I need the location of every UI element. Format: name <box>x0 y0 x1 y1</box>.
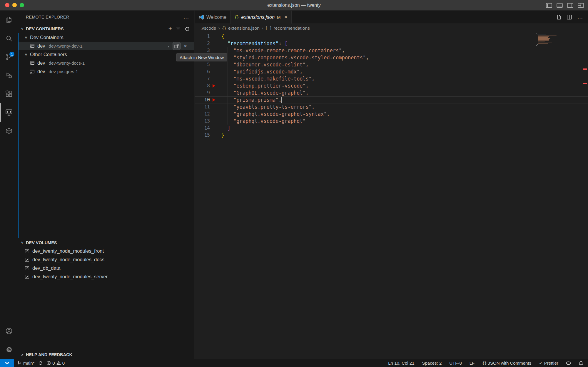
breadcrumb-item-symbol[interactable]: recommendations <box>274 26 310 31</box>
tree-group-dev-containers[interactable]: > Dev Containers <box>19 33 194 42</box>
section-dev-volumes[interactable]: > DEV VOLUMES <box>18 239 194 247</box>
notifications-bell-icon[interactable] <box>579 361 583 366</box>
code-line-6[interactable]: 6 "unifiedjs.vscode-mdx", <box>195 68 588 75</box>
gutter[interactable] <box>210 47 221 54</box>
copilot-icon[interactable] <box>566 361 571 366</box>
line-number: 13 <box>195 118 210 125</box>
code-line-3[interactable]: 3 "ms-vscode-remote.remote-containers", <box>195 47 588 54</box>
gutter[interactable] <box>210 103 221 110</box>
tab-label: extensions.json <box>241 14 275 20</box>
more-actions-icon[interactable]: … <box>183 16 189 19</box>
breadcrumb-separator: › <box>262 26 263 31</box>
activity-search[interactable] <box>0 29 18 48</box>
section-help-and-feedback[interactable]: > HELP AND FEEDBACK <box>18 350 194 359</box>
activity-dev-containers[interactable] <box>0 122 18 140</box>
gutter[interactable] <box>210 61 221 68</box>
attach-new-window-icon[interactable] <box>173 42 180 50</box>
code-text: "styled-components.vscode-styled-compone… <box>221 54 369 61</box>
code-text: "yoavbls.pretty-ts-errors", <box>221 103 315 110</box>
code-line-10[interactable]: 10 "prisma.prisma", <box>195 96 588 103</box>
breadcrumb-separator: › <box>218 26 220 31</box>
minimap[interactable] <box>536 33 557 46</box>
code-line-2[interactable]: 2 "recommendations": [ <box>195 40 588 47</box>
gutter[interactable] <box>210 110 221 118</box>
gutter[interactable] <box>210 118 221 125</box>
more-actions-icon[interactable]: … <box>577 16 583 18</box>
code-line-14[interactable]: 14 ] <box>195 125 588 132</box>
line-number: 3 <box>195 47 210 54</box>
minimap-line <box>538 36 557 36</box>
customize-layout-icon[interactable] <box>578 3 584 8</box>
breadcrumb-item-file[interactable]: extensions.json <box>228 26 260 31</box>
gutter[interactable] <box>210 96 221 103</box>
gutter[interactable] <box>210 68 221 75</box>
code-line-12[interactable]: 12 "graphql.vscode-graphql-syntax", <box>195 110 588 118</box>
formatter-item[interactable]: ✓ Prettier <box>539 361 558 366</box>
gutter[interactable] <box>210 82 221 89</box>
attach-current-window-icon[interactable]: → <box>164 42 171 50</box>
indentation-item[interactable]: Spaces: 2 <box>422 361 442 366</box>
volume-item[interactable]: dev_twenty_node_modules_docs <box>18 255 194 264</box>
activity-source-control[interactable]: 1 <box>0 48 18 66</box>
language-mode-item[interactable]: {} JSON with Comments <box>482 361 531 366</box>
open-changes-icon[interactable] <box>556 14 562 20</box>
add-icon[interactable]: + <box>168 26 172 31</box>
gutter[interactable] <box>210 40 221 47</box>
container-row-dev-twenty-docs-1[interactable]: dev dev-twenty-docs-1 <box>19 59 194 67</box>
cursor-position-item[interactable]: Ln 10, Col 21 <box>388 361 414 366</box>
code-line-8[interactable]: 8 "esbenp.prettier-vscode", <box>195 82 588 89</box>
split-editor-icon[interactable] <box>567 14 572 20</box>
activity-extensions[interactable] <box>0 85 18 103</box>
container-icon <box>29 60 35 66</box>
status-left: main* 0 0 <box>17 361 65 366</box>
tree-group-other-containers[interactable]: > Other Containers <box>19 50 194 59</box>
section-dev-containers[interactable]: > DEV CONTAINERS + <box>18 25 194 33</box>
volume-icon <box>24 274 30 279</box>
code-line-5[interactable]: 5 "dbaeumer.vscode-eslint", <box>195 61 588 68</box>
breadcrumb-item-vscode[interactable]: .vscode <box>201 26 216 31</box>
gutter[interactable] <box>210 132 221 139</box>
code-text: ] <box>221 125 230 132</box>
refresh-icon[interactable] <box>185 26 190 31</box>
sync-icon[interactable] <box>38 361 43 365</box>
toggle-secondary-sidebar-icon[interactable] <box>567 3 573 8</box>
gutter[interactable] <box>210 75 221 82</box>
volume-item[interactable]: dev_twenty_node_modules_server <box>18 272 194 281</box>
code-line-15[interactable]: 15} <box>195 132 588 139</box>
container-row-dev-postgres-1[interactable]: dev dev-postgres-1 <box>19 67 194 76</box>
toggle-panel-icon[interactable] <box>557 3 563 8</box>
line-number: 8 <box>195 82 210 89</box>
code-line-4[interactable]: 4 "styled-components.vscode-styled-compo… <box>195 54 588 61</box>
accounts-button[interactable] <box>0 322 18 340</box>
code-line-7[interactable]: 7 "ms-vscode.makefile-tools", <box>195 75 588 82</box>
activity-explorer[interactable] <box>0 11 18 29</box>
code-line-1[interactable]: 1{ <box>195 33 588 40</box>
tab-extensions-json[interactable]: {} extensions.json M × <box>230 11 291 24</box>
tab-welcome[interactable]: Welcome <box>195 11 230 24</box>
gutter[interactable] <box>210 89 221 96</box>
volume-item[interactable]: dev_twenty_node_modules_front <box>18 247 194 255</box>
git-branch-item[interactable]: main* <box>17 361 34 366</box>
gutter[interactable] <box>210 33 221 40</box>
code-line-11[interactable]: 11 "yoavbls.pretty-ts-errors", <box>195 103 588 110</box>
code-line-13[interactable]: 13 "graphql.vscode-graphql" <box>195 118 588 125</box>
line-number: 15 <box>195 132 210 139</box>
eol-item[interactable]: LF <box>470 361 475 366</box>
code-editor[interactable]: 1{2 "recommendations": [3 "ms-vscode-rem… <box>195 32 588 359</box>
volume-item[interactable]: dev_db_data <box>18 264 194 272</box>
filter-icon[interactable] <box>176 26 181 31</box>
container-row-dev-twenty-dev-1[interactable]: dev dev-twenty-dev-1 → × <box>19 42 194 50</box>
code-line-9[interactable]: 9 "GraphQL.vscode-graphql", <box>195 89 588 96</box>
stop-container-icon[interactable]: × <box>182 42 189 50</box>
error-icon <box>46 361 51 365</box>
problems-item[interactable]: 0 0 <box>46 361 65 366</box>
toggle-sidebar-icon[interactable] <box>546 3 552 8</box>
encoding-item[interactable]: UTF-8 <box>449 361 462 366</box>
settings-button[interactable] <box>0 340 18 359</box>
overview-ruler-mark <box>583 68 587 70</box>
activity-run-debug[interactable] <box>0 66 18 85</box>
gutter[interactable] <box>210 125 221 132</box>
close-tab-icon[interactable]: × <box>284 14 288 20</box>
activity-remote-explorer[interactable] <box>0 103 18 122</box>
remote-indicator[interactable]: >< <box>0 359 14 367</box>
